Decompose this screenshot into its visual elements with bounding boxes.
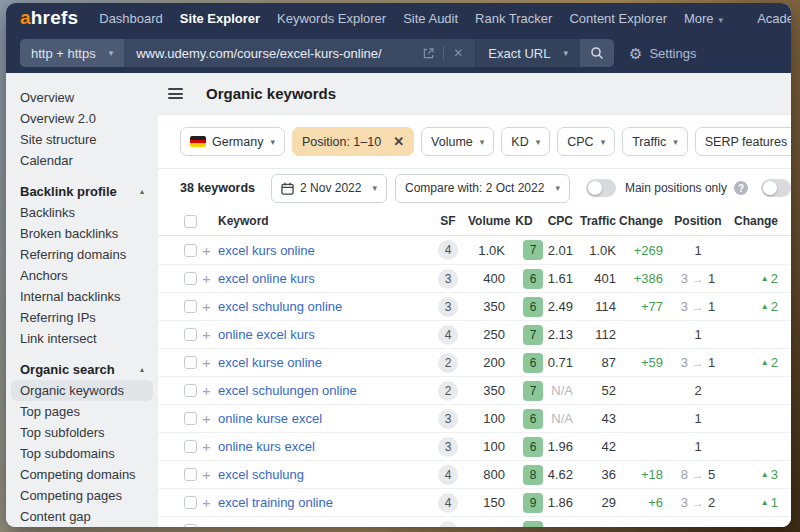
triangle-up-icon: ▲ (761, 359, 769, 367)
select-all-checkbox[interactable] (184, 215, 197, 228)
cpc-value: 4.62 (543, 467, 573, 482)
filter-traffic[interactable]: Traffic (622, 127, 688, 156)
nav-item-keywords-explorer[interactable]: Keywords Explorer (277, 11, 386, 26)
settings-button[interactable]: ⚙ Settings (629, 46, 696, 61)
keyword-link[interactable]: excel schulung online (216, 299, 428, 314)
filter-serp-features[interactable]: SERP features (695, 127, 791, 156)
multiple-urls-toggle[interactable] (761, 179, 791, 197)
sidebar-item-content-gap[interactable]: Content gap (6, 506, 158, 527)
nav-item-site-explorer[interactable]: Site Explorer (180, 11, 260, 26)
row-checkbox[interactable] (184, 384, 197, 397)
position-from: 3 (681, 495, 688, 510)
sidebar-item-referring-domains[interactable]: Referring domains (6, 244, 158, 265)
sidebar-item-overview-2-0[interactable]: Overview 2.0 (6, 108, 158, 129)
col-header-keyword[interactable]: Keyword (216, 214, 428, 228)
sidebar-item-link-intersect[interactable]: Link intersect (6, 328, 158, 349)
sidebar-item-internal-backlinks[interactable]: Internal backlinks (6, 286, 158, 307)
sidebar-item-backlinks[interactable]: Backlinks (6, 202, 158, 223)
nav-item-content-explorer[interactable]: Content Explorer (569, 11, 667, 26)
col-header-position[interactable]: Position (663, 214, 733, 228)
col-header-sf[interactable]: SF (428, 214, 468, 228)
sidebar-item-competing-pages[interactable]: Competing pages (6, 485, 158, 506)
compare-date-button[interactable]: Compare with: 2 Oct 2022 (395, 174, 570, 203)
keyword-link[interactable]: excel schulungen online (216, 383, 428, 398)
search-mode-select[interactable]: Exact URL (475, 39, 580, 67)
add-to-list-icon[interactable]: + (197, 410, 216, 427)
nav-item-site-audit[interactable]: Site Audit (403, 11, 458, 26)
keyword-link[interactable]: excel kurse online (216, 355, 428, 370)
row-checkbox[interactable] (184, 496, 197, 509)
protocol-select[interactable]: http + https (20, 39, 124, 67)
sidebar-toggle-hamburger-icon[interactable] (168, 88, 183, 99)
filter-germany[interactable]: Germany (180, 127, 285, 156)
ahrefs-logo[interactable]: ahrefs (20, 7, 78, 29)
open-url-icon[interactable] (423, 48, 434, 59)
serp-features-badge: 3 (438, 297, 458, 317)
keywords-count: 38 keywords (180, 181, 255, 195)
sidebar-section-backlink-profile[interactable]: Backlink profile▴ (6, 181, 158, 202)
add-to-list-icon[interactable]: + (197, 382, 216, 399)
keyword-link[interactable]: excel kurs online (216, 243, 428, 258)
row-checkbox[interactable] (184, 272, 197, 285)
keyword-link[interactable]: online excel kurs (216, 327, 428, 342)
chevron-down-icon (109, 48, 114, 58)
col-header-cpc[interactable]: CPC (543, 214, 573, 228)
col-header-volume[interactable]: Volume (468, 214, 505, 228)
col-header-traffic[interactable]: Traffic (573, 214, 616, 228)
keyword-link[interactable]: online kurse excel (216, 411, 428, 426)
sidebar-item-referring-ips[interactable]: Referring IPs (6, 307, 158, 328)
filter-volume[interactable]: Volume (421, 127, 494, 156)
sidebar-item-anchors[interactable]: Anchors (6, 265, 158, 286)
arrow-right-icon: → (692, 300, 704, 314)
filter-position-1-10[interactable]: Position: 1–10✕ (292, 127, 414, 156)
sidebar-item-top-subdomains[interactable]: Top subdomains (6, 443, 158, 464)
target-url-input[interactable]: www.udemy.com/course/excel-kurs-online/ … (124, 39, 475, 67)
nav-item-academy[interactable]: Academy (757, 11, 791, 26)
sidebar-item-top-subfolders[interactable]: Top subfolders (6, 422, 158, 443)
keyword-link[interactable]: online kurs excel (216, 439, 428, 454)
main-positions-toggle[interactable] (586, 179, 616, 197)
add-to-list-icon[interactable]: + (197, 494, 216, 511)
search-button[interactable] (580, 39, 614, 67)
help-icon[interactable]: ? (734, 181, 748, 195)
row-checkbox[interactable] (184, 328, 197, 341)
keyword-link[interactable]: excel online kurs (216, 271, 428, 286)
add-to-list-icon[interactable]: + (197, 326, 216, 343)
add-to-list-icon[interactable]: + (197, 354, 216, 371)
sidebar-item-overview[interactable]: Overview (6, 87, 158, 108)
keyword-link[interactable]: excel schulung (216, 467, 428, 482)
nav-item-dashboard[interactable]: Dashboard (99, 11, 163, 26)
clear-url-icon[interactable]: ✕ (453, 46, 463, 60)
sidebar-section-organic-search[interactable]: Organic search▴ (6, 359, 158, 380)
filter-label: Traffic (632, 135, 666, 149)
add-to-list-icon[interactable]: + (197, 466, 216, 483)
remove-filter-icon[interactable]: ✕ (393, 134, 404, 149)
sidebar-item-competing-domains[interactable]: Competing domains (6, 464, 158, 485)
filter-kd[interactable]: KD (501, 127, 550, 156)
sidebar-item-site-structure[interactable]: Site structure (6, 129, 158, 150)
row-checkbox[interactable] (184, 468, 197, 481)
add-to-list-icon[interactable]: + (197, 438, 216, 455)
add-to-list-icon[interactable]: + (197, 298, 216, 315)
sidebar-item-organic-keywords[interactable]: Organic keywords (11, 380, 153, 401)
col-header-position-change[interactable]: Change (733, 214, 778, 228)
row-checkbox[interactable] (184, 524, 197, 527)
keyword-link[interactable]: excel training online (216, 495, 428, 510)
row-checkbox[interactable] (184, 356, 197, 369)
add-to-list-icon[interactable]: + (197, 270, 216, 287)
sidebar-item-calendar[interactable]: Calendar (6, 150, 158, 171)
col-header-kd[interactable]: KD (505, 214, 543, 228)
row-checkbox[interactable] (184, 300, 197, 313)
row-checkbox[interactable] (184, 244, 197, 257)
row-checkbox[interactable] (184, 412, 197, 425)
sidebar-item-top-pages[interactable]: Top pages (6, 401, 158, 422)
nav-item-more[interactable]: More (684, 11, 723, 26)
position-change-number: 2 (771, 271, 778, 286)
filter-cpc[interactable]: CPC (557, 127, 615, 156)
add-to-list-icon[interactable]: + (197, 242, 216, 259)
nav-item-rank-tracker[interactable]: Rank Tracker (475, 11, 552, 26)
col-header-change[interactable]: Change (616, 214, 663, 228)
row-checkbox[interactable] (184, 440, 197, 453)
date-picker-button[interactable]: 2 Nov 2022 (271, 174, 387, 203)
sidebar-item-broken-backlinks[interactable]: Broken backlinks (6, 223, 158, 244)
